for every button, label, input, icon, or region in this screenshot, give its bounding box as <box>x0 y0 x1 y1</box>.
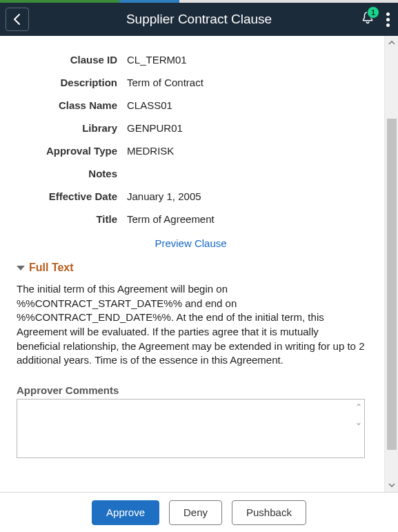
page-title: Supplier Contract Clause <box>0 12 398 27</box>
back-button[interactable] <box>6 8 29 31</box>
field-description: Description Term of Contract <box>17 71 365 94</box>
field-value: Term of Agreement <box>127 213 215 225</box>
approve-button[interactable]: Approve <box>92 500 159 525</box>
deny-button[interactable]: Deny <box>169 500 222 525</box>
notification-count-badge: 1 <box>367 6 379 19</box>
scroll-thumb[interactable] <box>387 119 397 450</box>
pushback-button[interactable]: Pushback <box>232 500 306 525</box>
section-heading-label: Full Text <box>29 262 74 274</box>
field-label: Library <box>17 122 127 134</box>
notifications-button[interactable]: 1 <box>360 10 375 28</box>
full-text-body: The initial term of this Agreement will … <box>17 282 365 368</box>
field-effective-date: Effective Date January 1, 2005 <box>17 185 365 208</box>
field-label: Notes <box>17 168 127 179</box>
field-title: Title Term of Agreement <box>17 208 365 230</box>
field-value: CLASS01 <box>127 99 172 111</box>
approver-comments-label: Approver Comments <box>17 384 365 396</box>
preview-clause-link[interactable]: Preview Clause <box>17 237 365 249</box>
vertical-scrollbar[interactable] <box>384 36 398 492</box>
field-label: Title <box>17 213 127 225</box>
field-library: Library GENPUR01 <box>17 117 365 139</box>
field-label: Clause ID <box>17 54 127 66</box>
full-text-section-toggle[interactable]: Full Text <box>17 262 365 274</box>
approver-comments-input[interactable] <box>17 399 365 458</box>
field-value: Term of Contract <box>127 77 203 88</box>
field-value: January 1, 2005 <box>127 190 201 202</box>
scroll-up-icon[interactable] <box>385 36 398 50</box>
field-value: CL_TERM01 <box>127 54 187 66</box>
field-approval-type: Approval Type MEDRISK <box>17 139 365 162</box>
field-notes: Notes <box>17 162 365 185</box>
field-label: Description <box>17 77 127 88</box>
content-area: Clause ID CL_TERM01 Description Term of … <box>0 36 398 492</box>
chevron-down-icon <box>17 266 25 270</box>
field-value: MEDRISK <box>127 145 174 157</box>
field-label: Effective Date <box>17 190 127 202</box>
action-footer: Approve Deny Pushback <box>0 492 398 532</box>
overflow-menu-button[interactable] <box>384 10 392 30</box>
app-header: Supplier Contract Clause 1 <box>0 3 398 36</box>
scroll-down-icon[interactable] <box>385 478 398 492</box>
field-clause-id: Clause ID CL_TERM01 <box>17 48 365 71</box>
chevron-left-icon <box>12 13 22 26</box>
field-label: Class Name <box>17 99 127 111</box>
field-value: GENPUR01 <box>127 122 183 134</box>
field-class-name: Class Name CLASS01 <box>17 94 365 117</box>
field-label: Approval Type <box>17 145 127 157</box>
